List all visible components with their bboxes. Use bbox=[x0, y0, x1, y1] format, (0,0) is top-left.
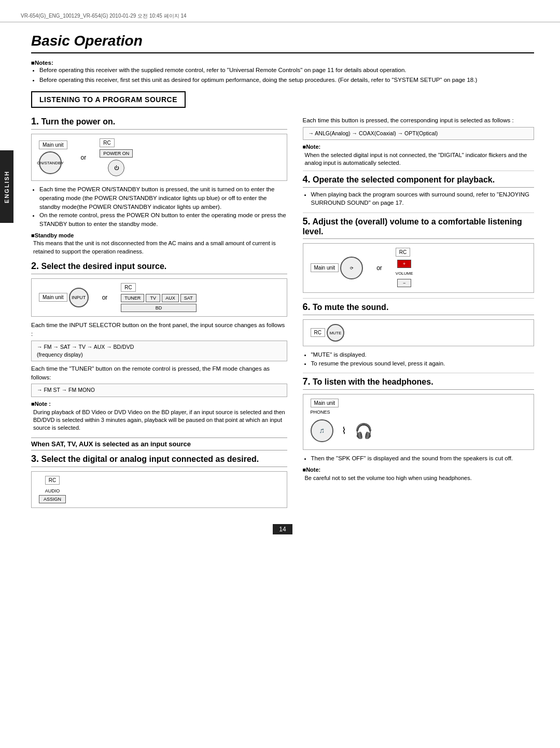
step-7-main-unit: Main unit PHONES 🎵 ⌇ 🎧 bbox=[311, 399, 373, 445]
input-flow-box: → FM → SAT → TV → AUX → BD/DVD (frequenc… bbox=[31, 341, 287, 361]
step-4-text: Operate the selected component for playb… bbox=[313, 175, 495, 184]
step-7-content: Then the "SPK OFF" is displayed and the … bbox=[303, 454, 535, 482]
step-1-diagram: Main unit ON/STANDBY or RC POWER ON bbox=[31, 134, 287, 181]
volume-buttons: + VOLUME − bbox=[396, 259, 413, 288]
tuner-button[interactable]: TUNER bbox=[121, 294, 144, 302]
rc-label-1: RC bbox=[100, 138, 114, 147]
step-6: 6. To mute the sound. RC MUTE " bbox=[303, 302, 535, 368]
phones-diagram: 🎵 ⌇ 🎧 bbox=[311, 416, 373, 445]
rc-label-2: RC bbox=[121, 283, 135, 292]
step-6-text: To mute the sound. bbox=[313, 303, 388, 312]
step-1-content: Each time the POWER ON/STANDBY button is… bbox=[31, 185, 287, 256]
or-text-5: or bbox=[376, 264, 382, 272]
step-2-bullet-1: Each time the INPUT SELECTOR button on t… bbox=[31, 321, 287, 338]
page: VR-654(G)_ENG_100129_VR-654(G) 2010-01-2… bbox=[0, 0, 560, 748]
notes-section: ■Notes: Before operating this receiver w… bbox=[31, 60, 534, 84]
step-7-heading: 7. To listen with the headphones. bbox=[303, 376, 535, 390]
sat-button[interactable]: SAT bbox=[180, 294, 197, 302]
step-7-bullets: Then the "SPK OFF" is displayed and the … bbox=[303, 454, 535, 463]
right-column: Each time this button is pressed, the co… bbox=[303, 116, 535, 513]
step-2-number: 2. bbox=[31, 261, 39, 271]
step-4b-note: ■Note: When the selected digital input i… bbox=[303, 143, 535, 167]
main-unit-label-2: Main unit bbox=[39, 293, 67, 302]
step-4-content: When playing back the program sources wi… bbox=[303, 190, 535, 207]
step-6-bullet-1: "MUTE" is displayed. bbox=[311, 350, 535, 359]
step-4b-note-title: ■Note: bbox=[303, 143, 535, 151]
step-3: 3. Select the digital or analog input co… bbox=[31, 454, 287, 508]
step-7-text: To listen with the headphones. bbox=[313, 377, 433, 386]
or-text-2: or bbox=[102, 294, 108, 301]
step-3-number: 3. bbox=[31, 454, 39, 464]
side-tab-label: ENGLISH bbox=[4, 171, 10, 203]
step-6-bullets: "MUTE" is displayed. To resume the previ… bbox=[303, 350, 535, 368]
step-7-note-text: Be careful not to set the volume too hig… bbox=[303, 474, 535, 482]
page-number-block: 14 bbox=[31, 524, 534, 535]
volume-minus-button[interactable]: − bbox=[397, 279, 411, 287]
step-1-heading: 1. Turn the power on. bbox=[31, 116, 287, 130]
step-4-number: 4. bbox=[303, 174, 311, 185]
main-unit-label-7: Main unit bbox=[311, 399, 339, 407]
rc-buttons-row-1: TUNER TV AUX SAT bbox=[121, 294, 196, 302]
main-content: Basic Operation ■Notes: Before operating… bbox=[0, 27, 560, 551]
power-on-button[interactable]: POWER ON bbox=[100, 149, 133, 158]
rc-label-5: RC bbox=[396, 248, 410, 257]
anlg-flow-text: → ANLG(Analog) → COAX(Coaxial) → OPTI(Op… bbox=[309, 130, 438, 136]
volume-plus-button[interactable]: + bbox=[397, 260, 411, 268]
phones-jack-icon: 🎵 bbox=[319, 429, 325, 433]
step-2-bullet-2: Each time the "TUNER" button on the remo… bbox=[31, 364, 287, 382]
step-2-text: Select the desired input source. bbox=[41, 262, 166, 271]
notes-title: ■Notes: bbox=[31, 60, 534, 66]
step-5-diagram: Main unit ⟳ or RC + VOLUME − bbox=[303, 243, 535, 293]
step-5-heading: 5. Adjust the (overall) volume to a comf… bbox=[303, 216, 535, 239]
phones-jack[interactable]: 🎵 bbox=[311, 419, 333, 442]
sat-tv-aux-heading: When SAT, TV, AUX is selected as an inpu… bbox=[31, 437, 287, 450]
two-column-layout: 1. Turn the power on. Main unit ON/STAND… bbox=[31, 116, 534, 513]
step-1-number: 1. bbox=[31, 116, 39, 126]
standby-button[interactable]: ⏻ bbox=[108, 160, 124, 176]
step-2-content: Each time the INPUT SELECTOR button on t… bbox=[31, 321, 287, 432]
step-6-rc: RC MUTE bbox=[311, 324, 345, 342]
bd-button[interactable]: BD bbox=[121, 304, 196, 312]
or-text-1: or bbox=[81, 154, 87, 161]
step-6-bullet-2: To resume the previous sound level, pres… bbox=[311, 359, 535, 368]
side-tab: ENGLISH bbox=[0, 150, 13, 223]
on-standby-button[interactable]: ON/STANDBY bbox=[39, 151, 62, 174]
notes-list: Before operating this receiver with the … bbox=[31, 66, 534, 84]
input-label: INPUT bbox=[72, 295, 86, 300]
step-6-number: 6. bbox=[303, 302, 311, 312]
step-3-heading: 3. Select the digital or analog input co… bbox=[31, 454, 287, 467]
left-column: 1. Turn the power on. Main unit ON/STAND… bbox=[31, 116, 287, 513]
volume-knob[interactable]: ⟳ bbox=[340, 257, 363, 279]
standby-mode-text: This means that the unit is not disconne… bbox=[31, 239, 287, 256]
step-1-bullet-1: Each time the POWER ON/STANDBY button is… bbox=[39, 185, 287, 211]
step-7-note-title: ■Note: bbox=[303, 466, 535, 474]
aux-button[interactable]: AUX bbox=[162, 294, 179, 302]
mute-button[interactable]: MUTE bbox=[327, 324, 344, 342]
step-6-content: "MUTE" is displayed. To resume the previ… bbox=[303, 350, 535, 368]
step-1-bullet-2: On the remote control, press the POWER O… bbox=[39, 211, 287, 228]
phones-label: PHONES bbox=[311, 410, 373, 415]
step-4-heading: 4. Operate the selected component for pl… bbox=[303, 174, 535, 188]
step-2-diagram: Main unit INPUT or RC TUNER TV AUX bbox=[31, 278, 287, 317]
step-1-text: Turn the power on. bbox=[41, 117, 115, 126]
fm-flow-text: → FM ST → FM MONO bbox=[37, 387, 95, 393]
tv-button[interactable]: TV bbox=[146, 294, 160, 302]
step-2-note-title: ■Note : bbox=[31, 400, 287, 408]
step-4: 4. Operate the selected component for pl… bbox=[303, 174, 535, 207]
step-7-number: 7. bbox=[303, 376, 311, 387]
step-7: 7. To listen with the headphones. Main u… bbox=[303, 376, 535, 482]
step-1-bullets: Each time the POWER ON/STANDBY button is… bbox=[31, 185, 287, 228]
mute-label: MUTE bbox=[330, 331, 342, 335]
step-7-diagram: Main unit PHONES 🎵 ⌇ 🎧 bbox=[303, 394, 535, 450]
input-selector-button[interactable]: INPUT bbox=[69, 288, 89, 307]
step-2-note-text: During playback of BD Video or DVD Video… bbox=[31, 408, 287, 432]
input-flow-text: → FM → SAT → TV → AUX → BD/DVD bbox=[37, 344, 134, 350]
doc-header: VR-654(G)_ENG_100129_VR-654(G) 2010-01-2… bbox=[0, 10, 560, 22]
step-5-rc: RC + VOLUME − bbox=[396, 248, 413, 288]
rc-buttons-group-1: POWER ON ⏻ bbox=[100, 149, 133, 176]
step-3-text: Select the digital or analog input conne… bbox=[41, 455, 259, 463]
step-4-bullet-1: When playing back the program sources wi… bbox=[311, 190, 535, 207]
step-2-main-unit: Main unit INPUT bbox=[39, 288, 89, 307]
step-5-number: 5. bbox=[303, 216, 311, 227]
assign-button[interactable]: ASSIGN bbox=[39, 495, 66, 503]
